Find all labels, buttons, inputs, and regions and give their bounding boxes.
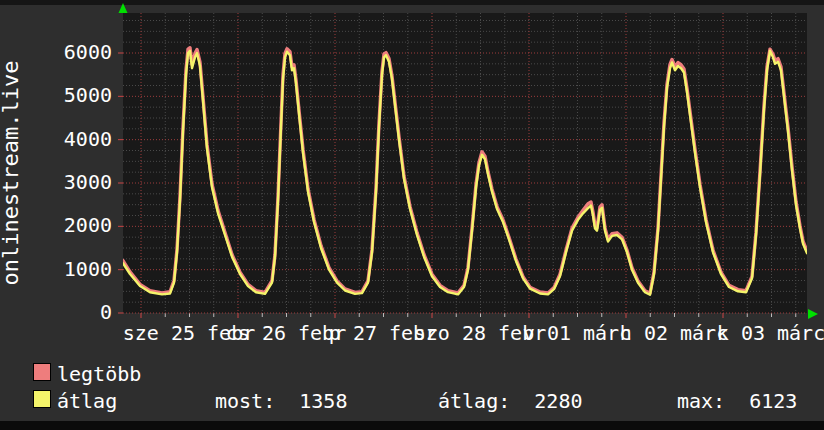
y-tick-label-4000: 4000 [0, 128, 112, 150]
stat-max: max: 6123 [677, 389, 797, 413]
stat-most: most: 1358 [215, 389, 347, 413]
legend-label-legtobb: legtöbb [57, 362, 141, 386]
x-tick-label-mar03: k 03 márc [717, 321, 824, 345]
y-tick-label-6000: 6000 [0, 41, 112, 63]
y-tick-label-0: 0 [0, 301, 112, 323]
x-tick-label-mar02: h 02 márc [620, 321, 728, 345]
y-tick-label-5000: 5000 [0, 84, 112, 106]
y-tick-label-2000: 2000 [0, 214, 112, 236]
graph-window: onlinestream.live 6000 5000 4000 3000 20… [0, 0, 824, 430]
x-tick-label-mar01: v 01 márc [523, 321, 631, 345]
legend-swatch-legtobb [33, 363, 51, 381]
legend-label-atlag: átlag [57, 389, 117, 413]
y-tick-label-3000: 3000 [0, 171, 112, 193]
stat-atlag: átlag: 2280 [438, 389, 583, 413]
y-tick-label-1000: 1000 [0, 258, 112, 280]
legend-swatch-atlag [33, 390, 51, 408]
